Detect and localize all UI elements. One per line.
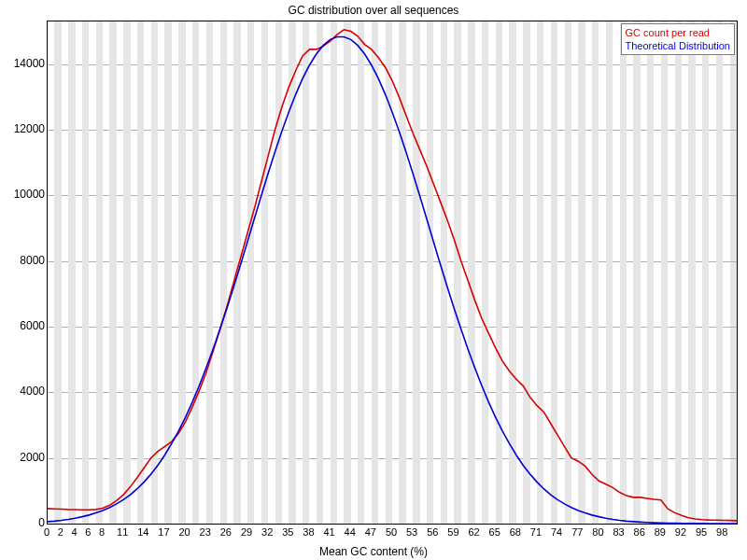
x-tick-label: 83 <box>613 526 624 538</box>
x-tick-label: 14 <box>137 526 148 538</box>
x-tick-label: 35 <box>282 526 293 538</box>
x-tick-label: 77 <box>571 526 583 538</box>
x-tick-label: 71 <box>530 526 542 538</box>
legend-item-theoretical: Theoretical Distribution <box>626 39 731 52</box>
x-tick-label: 50 <box>386 526 397 538</box>
y-tick-label: 4000 <box>4 385 45 398</box>
x-tick-label: 38 <box>303 526 314 538</box>
y-tick-label: 0 <box>4 516 45 529</box>
x-tick-label: 74 <box>551 526 562 538</box>
series-line <box>48 37 737 524</box>
x-tick-label: 0 <box>44 526 49 538</box>
x-tick-label: 8 <box>99 526 105 538</box>
series-layer <box>48 21 737 524</box>
x-tick-label: 32 <box>261 526 273 538</box>
x-tick-label: 41 <box>323 526 334 538</box>
chart-title: GC distribution over all sequences <box>0 4 747 17</box>
x-tick-label: 56 <box>427 526 438 538</box>
y-tick-label: 12000 <box>4 122 45 135</box>
y-tick-label: 2000 <box>4 451 45 464</box>
x-axis-label: Mean GC content (%) <box>0 545 747 558</box>
x-tick-label: 68 <box>510 526 521 538</box>
y-tick-label: 6000 <box>4 319 45 332</box>
x-tick-label: 29 <box>241 526 252 538</box>
chart-container: GC distribution over all sequences GC co… <box>0 0 747 560</box>
x-tick-label: 26 <box>220 526 232 538</box>
x-tick-label: 23 <box>200 526 211 538</box>
legend: GC count per read Theoretical Distributi… <box>621 23 736 55</box>
x-tick-label: 47 <box>365 526 376 538</box>
x-tick-label: 65 <box>489 526 500 538</box>
x-tick-label: 59 <box>447 526 458 538</box>
x-tick-label: 6 <box>85 526 91 538</box>
y-tick-label: 14000 <box>4 57 45 70</box>
legend-item-gc-count: GC count per read <box>626 26 731 39</box>
x-tick-label: 98 <box>716 526 727 538</box>
x-tick-label: 92 <box>675 526 686 538</box>
x-tick-label: 17 <box>158 526 169 538</box>
x-tick-label: 80 <box>592 526 603 538</box>
y-tick-label: 10000 <box>4 188 45 201</box>
x-tick-label: 89 <box>655 526 666 538</box>
y-tick-label: 8000 <box>4 254 45 267</box>
x-tick-label: 53 <box>406 526 417 538</box>
plot-area: GC count per read Theoretical Distributi… <box>47 21 738 525</box>
x-tick-label: 86 <box>634 526 645 538</box>
x-tick-label: 2 <box>58 526 63 538</box>
x-tick-label: 20 <box>178 526 190 538</box>
x-tick-label: 4 <box>71 526 77 538</box>
x-tick-label: 44 <box>345 526 356 538</box>
series-line <box>48 30 737 521</box>
x-tick-label: 95 <box>696 526 707 538</box>
x-tick-label: 62 <box>468 526 479 538</box>
grid-line <box>48 524 737 525</box>
x-tick-label: 11 <box>117 526 128 538</box>
